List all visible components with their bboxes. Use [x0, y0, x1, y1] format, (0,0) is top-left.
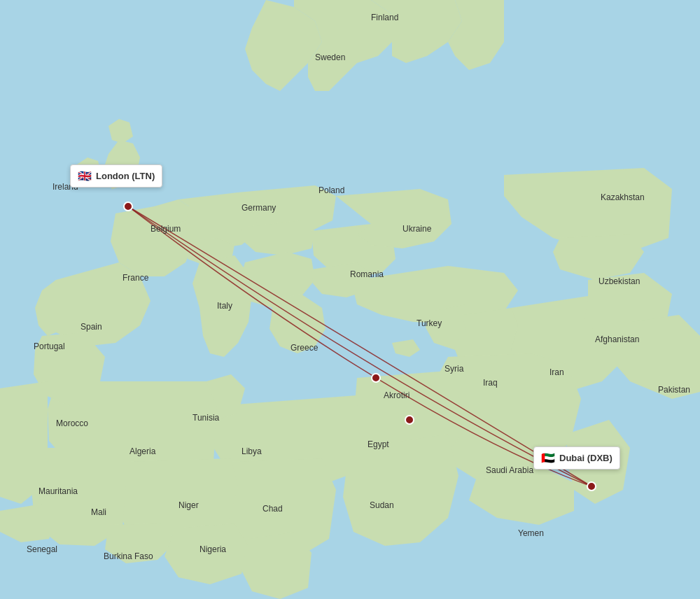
dubai-flag: 🇦🇪	[541, 451, 555, 465]
dubai-tooltip: 🇦🇪 Dubai (DXB)	[533, 446, 620, 470]
svg-point-2	[372, 374, 380, 382]
dubai-label: Dubai (DXB)	[559, 453, 612, 463]
map-container: FinlandSwedenIrelandBelgiumGermanyPoland…	[0, 0, 700, 599]
map-svg	[0, 0, 700, 599]
london-flag: 🇬🇧	[78, 169, 92, 183]
london-label: London (LTN)	[96, 171, 155, 181]
svg-point-3	[405, 416, 414, 424]
london-tooltip: 🇬🇧 London (LTN)	[70, 164, 162, 188]
svg-point-5	[587, 482, 596, 491]
svg-point-4	[124, 202, 132, 211]
